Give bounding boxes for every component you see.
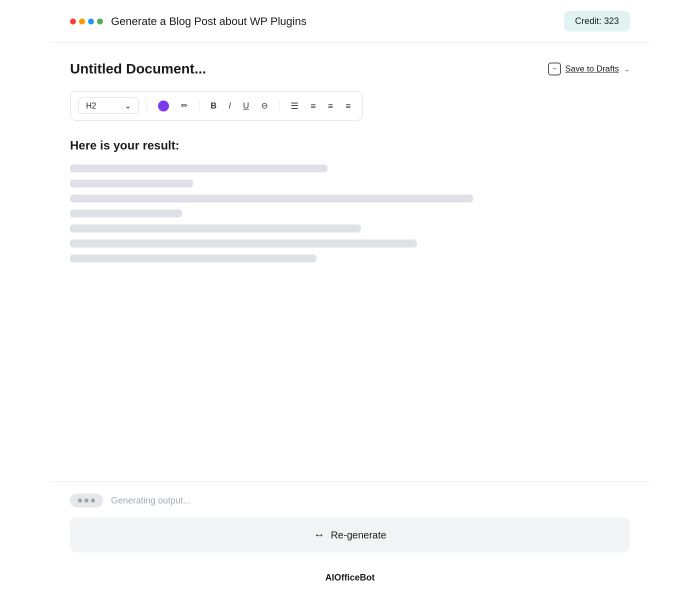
formatting-toolbar: H2 ⌄ ✏ B I U ⊖ ☰ ≡ (70, 91, 362, 120)
content-area: Here is your result: (70, 138, 630, 481)
underline-button[interactable]: U (240, 100, 252, 112)
heading-chevron-icon: ⌄ (124, 101, 131, 110)
link-button[interactable]: ⊖ (258, 100, 271, 112)
skeleton-line (70, 210, 182, 218)
generating-status-text: Generating output... (111, 496, 190, 506)
regenerate-button[interactable]: ↔ Re-generate (70, 518, 630, 552)
generating-row: Generating output... (70, 494, 630, 508)
document-title: Untitled Document... (70, 61, 206, 77)
credit-badge: Credit: 323 (564, 11, 630, 32)
result-heading: Here is your result: (70, 138, 630, 152)
dot-green (97, 18, 103, 24)
dot-red (70, 18, 76, 24)
list-icon: ☰ (290, 102, 298, 110)
color-dot-icon (158, 100, 169, 112)
save-drafts-icon (548, 62, 561, 76)
page-title: Generate a Blog Post about WP Plugins (111, 15, 306, 28)
regenerate-label: Re-generate (330, 530, 386, 541)
bottom-area: Generating output... ↔ Re-generate (50, 481, 650, 562)
regenerate-icon: ↔ (314, 528, 324, 542)
eraser-icon: ✏ (181, 102, 188, 110)
loading-dot-3 (91, 498, 95, 502)
italic-button[interactable]: I (226, 100, 234, 112)
app-dots-icon (70, 18, 103, 24)
loading-dots (70, 494, 103, 508)
toolbar-divider-3 (279, 100, 280, 112)
bullet-list-button[interactable]: ☰ (288, 100, 302, 112)
save-drafts-button[interactable]: Save to Drafts ⌄ (548, 62, 630, 76)
skeleton-line (70, 180, 193, 188)
align-right-icon: ≡ (346, 102, 351, 110)
skeleton-line (70, 224, 361, 232)
toolbar-divider-1 (146, 100, 147, 112)
brand-logo: AIOfficeBot (326, 572, 375, 582)
dot-blue (88, 18, 94, 24)
loading-dot-1 (78, 498, 82, 502)
chevron-down-icon: ⌄ (624, 65, 630, 73)
skeleton-line (70, 240, 417, 248)
toolbar-divider-2 (199, 100, 200, 112)
save-drafts-label: Save to Drafts (565, 64, 619, 74)
brand-part1: AI (326, 572, 334, 582)
dot-orange (79, 18, 85, 24)
skeleton-line (70, 254, 316, 262)
color-picker-button[interactable] (155, 98, 172, 114)
top-bar-left: Generate a Blog Post about WP Plugins (70, 15, 306, 28)
align-center-button[interactable]: ≡ (325, 100, 337, 112)
bold-button[interactable]: B (208, 100, 220, 112)
align-left-icon: ≡ (310, 102, 316, 110)
skeleton-content (70, 164, 630, 262)
align-left-button[interactable]: ≡ (308, 100, 319, 112)
document-area: Untitled Document... Save to Drafts ⌄ H2… (50, 43, 650, 481)
link-icon: ⊖ (261, 102, 268, 110)
heading-select[interactable]: H2 ⌄ (78, 98, 138, 114)
document-header: Untitled Document... Save to Drafts ⌄ (70, 61, 630, 77)
skeleton-line (70, 164, 328, 172)
brand-part2: OfficeBot (334, 572, 375, 582)
heading-value: H2 (86, 102, 96, 110)
footer: AIOfficeBot (50, 562, 650, 597)
loading-dot-2 (84, 498, 88, 502)
top-bar: Generate a Blog Post about WP Plugins Cr… (50, 0, 650, 43)
eraser-button[interactable]: ✏ (178, 100, 191, 112)
align-center-icon: ≡ (328, 102, 334, 110)
align-right-button[interactable]: ≡ (342, 100, 354, 112)
skeleton-line (70, 194, 473, 202)
